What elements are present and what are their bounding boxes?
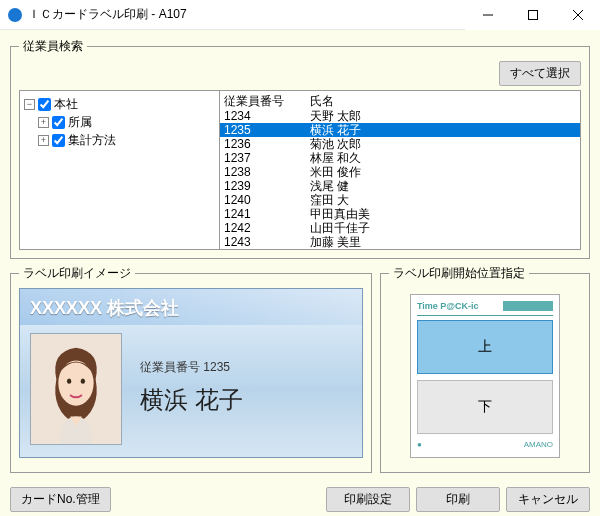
- cell-id: 1239: [220, 179, 310, 193]
- tree-child[interactable]: + 所属: [24, 113, 215, 131]
- cell-id: 1235: [220, 123, 310, 137]
- list-row[interactable]: 1235横浜 花子: [220, 123, 580, 137]
- cell-name: 菊池 次郎: [310, 137, 580, 151]
- list-row[interactable]: 1238米田 俊作: [220, 165, 580, 179]
- employee-list: 従業員番号 氏名 1234天野 太郎1235横浜 花子1236菊池 次郎1237…: [220, 91, 580, 249]
- app-icon: [8, 8, 22, 22]
- employee-name: 横浜 花子: [140, 384, 243, 416]
- maximize-button[interactable]: [510, 0, 555, 30]
- list-body[interactable]: 1234天野 太郎1235横浜 花子1236菊池 次郎1237林屋 和久1238…: [220, 109, 580, 249]
- list-row[interactable]: 1236菊池 次郎: [220, 137, 580, 151]
- employee-id-label: 従業員番号 1235: [140, 359, 230, 376]
- cancel-button[interactable]: キャンセル: [506, 487, 590, 512]
- minimize-button[interactable]: [465, 0, 510, 30]
- expand-icon[interactable]: +: [38, 135, 49, 146]
- list-row[interactable]: 1234天野 太郎: [220, 109, 580, 123]
- print-button[interactable]: 印刷: [416, 487, 500, 512]
- position-top-slot[interactable]: 上: [417, 320, 553, 374]
- company-name: XXXXXX 株式会社: [30, 296, 179, 320]
- svg-rect-1: [528, 10, 537, 19]
- list-row[interactable]: 1237林屋 和久: [220, 151, 580, 165]
- tree-root-checkbox[interactable]: [38, 98, 51, 111]
- cell-name: 林屋 和久: [310, 151, 580, 165]
- tree-child-checkbox[interactable]: [52, 116, 65, 129]
- collapse-icon[interactable]: −: [24, 99, 35, 110]
- org-tree[interactable]: − 本社 + 所属 + 集計方法: [20, 91, 220, 249]
- list-row[interactable]: 1242山田千佳子: [220, 221, 580, 235]
- list-row[interactable]: 1240窪田 大: [220, 193, 580, 207]
- label-sheet: Time P@CK-ic 上 下 ● AMANO: [410, 294, 560, 458]
- sheet-brand: Time P@CK-ic: [417, 301, 479, 311]
- cell-name: 窪田 大: [310, 193, 580, 207]
- titlebar: ＩＣカードラベル印刷 - A107: [0, 0, 600, 30]
- close-button[interactable]: [555, 0, 600, 30]
- cell-id: 1234: [220, 109, 310, 123]
- employee-search-legend: 従業員検索: [19, 38, 87, 55]
- cell-id: 1241: [220, 207, 310, 221]
- list-row[interactable]: 1243加藤 美里: [220, 235, 580, 249]
- list-row[interactable]: 1239浅尾 健: [220, 179, 580, 193]
- tree-child[interactable]: + 集計方法: [24, 131, 215, 149]
- tree-child-label: 所属: [68, 114, 92, 131]
- label-preview-legend: ラベル印刷イメージ: [19, 265, 135, 282]
- cell-id: 1237: [220, 151, 310, 165]
- cell-name: 米田 俊作: [310, 165, 580, 179]
- svg-point-6: [67, 379, 71, 384]
- card-no-manage-button[interactable]: カードNo.管理: [10, 487, 111, 512]
- cell-name: 天野 太郎: [310, 109, 580, 123]
- svg-point-7: [81, 379, 85, 384]
- print-settings-button[interactable]: 印刷設定: [326, 487, 410, 512]
- print-position-group: ラベル印刷開始位置指定 Time P@CK-ic 上 下 ● AMANO: [380, 265, 590, 473]
- cell-id: 1242: [220, 221, 310, 235]
- column-id[interactable]: 従業員番号: [220, 93, 310, 109]
- list-header: 従業員番号 氏名: [220, 91, 580, 109]
- cell-id: 1243: [220, 235, 310, 249]
- employee-photo: [30, 333, 122, 445]
- card-preview: XXXXXX 株式会社 従業員番号 1235 横浜 花: [19, 288, 363, 458]
- cell-name: 横浜 花子: [310, 123, 580, 137]
- label-preview-group: ラベル印刷イメージ XXXXXX 株式会社: [10, 265, 372, 473]
- tree-child-label: 集計方法: [68, 132, 116, 149]
- list-row[interactable]: 1241甲田真由美: [220, 207, 580, 221]
- column-name[interactable]: 氏名: [310, 93, 580, 109]
- window-title: ＩＣカードラベル印刷 - A107: [28, 6, 465, 23]
- cell-id: 1236: [220, 137, 310, 151]
- cell-name: 甲田真由美: [310, 207, 580, 221]
- position-bottom-slot[interactable]: 下: [417, 380, 553, 434]
- cell-id: 1238: [220, 165, 310, 179]
- select-all-button[interactable]: すべて選択: [499, 61, 581, 86]
- tree-child-checkbox[interactable]: [52, 134, 65, 147]
- sheet-foot-left: ●: [417, 440, 422, 449]
- cell-name: 山田千佳子: [310, 221, 580, 235]
- sheet-head-box: [503, 301, 553, 311]
- print-position-legend: ラベル印刷開始位置指定: [389, 265, 529, 282]
- cell-name: 浅尾 健: [310, 179, 580, 193]
- cell-name: 加藤 美里: [310, 235, 580, 249]
- cell-id: 1240: [220, 193, 310, 207]
- employee-search-group: 従業員検索 すべて選択 − 本社 + 所属: [10, 38, 590, 259]
- tree-root[interactable]: − 本社: [24, 95, 215, 113]
- sheet-foot-brand: AMANO: [524, 440, 553, 449]
- tree-root-label: 本社: [54, 96, 78, 113]
- expand-icon[interactable]: +: [38, 117, 49, 128]
